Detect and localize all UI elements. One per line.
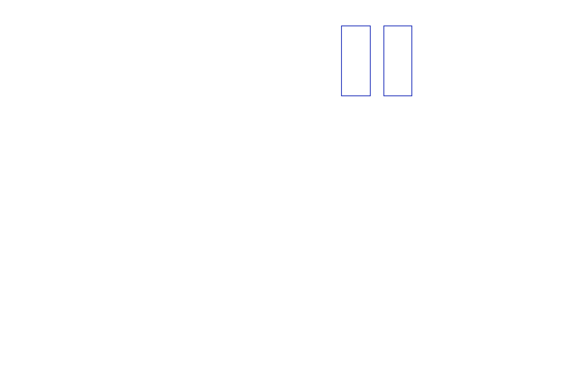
hsc-cutout-map (171, 216, 249, 290)
with-sky-image-frame (341, 26, 371, 96)
fiber-positions-map (19, 216, 97, 290)
clean-image (384, 26, 411, 95)
line-fit-chart (427, 19, 537, 96)
spec2d-cutouts (183, 12, 335, 104)
clean-image-frame (383, 26, 412, 96)
elixer-report (0, 0, 576, 392)
full-spectrum-chart (31, 139, 537, 185)
lineflux-map (95, 216, 173, 290)
with-sky-image (342, 26, 370, 95)
